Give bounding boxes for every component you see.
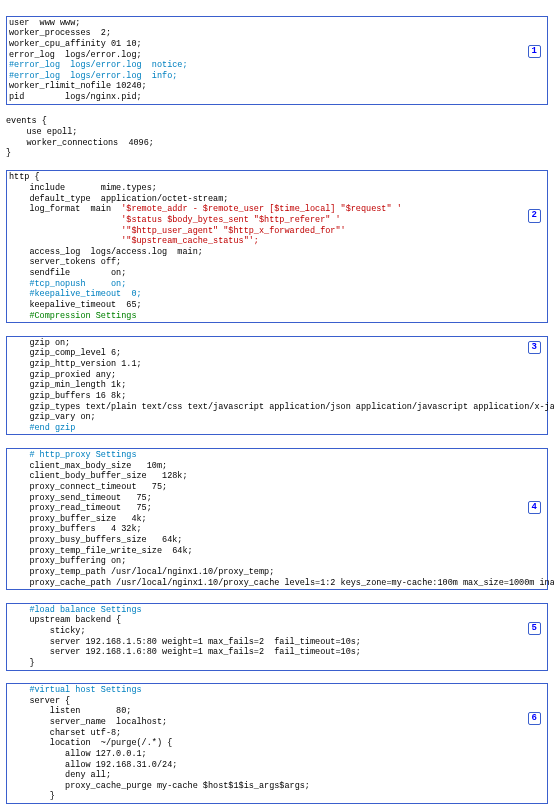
badge-2: 2 xyxy=(528,209,541,222)
section-6: 6 #virtual host Settings server { listen… xyxy=(6,683,548,804)
code-block-5: #load balance Settings upstream backend … xyxy=(9,605,545,669)
code-block-1: user www www; worker_processes 2; worker… xyxy=(9,18,545,103)
badge-3: 3 xyxy=(528,341,541,354)
badge-1: 1 xyxy=(528,45,541,58)
events-block: events { use epoll; worker_connections 4… xyxy=(6,116,548,159)
section-4: 4 # http_proxy Settings client_max_body_… xyxy=(6,448,548,590)
code-block-6: #virtual host Settings server { listen 8… xyxy=(9,685,545,802)
badge-6: 6 xyxy=(528,712,541,725)
code-block-2: http { include mime.types; default_type … xyxy=(9,172,545,321)
code-block-4: # http_proxy Settings client_max_body_si… xyxy=(9,450,545,588)
badge-4: 4 xyxy=(528,501,541,514)
badge-5: 5 xyxy=(528,622,541,635)
section-5: 5 #load balance Settings upstream backen… xyxy=(6,603,548,671)
code-block-3: gzip on; gzip_comp_level 6; gzip_http_ve… xyxy=(9,338,545,434)
section-2: 2http { include mime.types; default_type… xyxy=(6,170,548,323)
section-1: 1user www www; worker_processes 2; worke… xyxy=(6,16,548,105)
section-3: 3 gzip on; gzip_comp_level 6; gzip_http_… xyxy=(6,336,548,436)
nginx-config: 1user www www; worker_processes 2; worke… xyxy=(0,0,554,804)
